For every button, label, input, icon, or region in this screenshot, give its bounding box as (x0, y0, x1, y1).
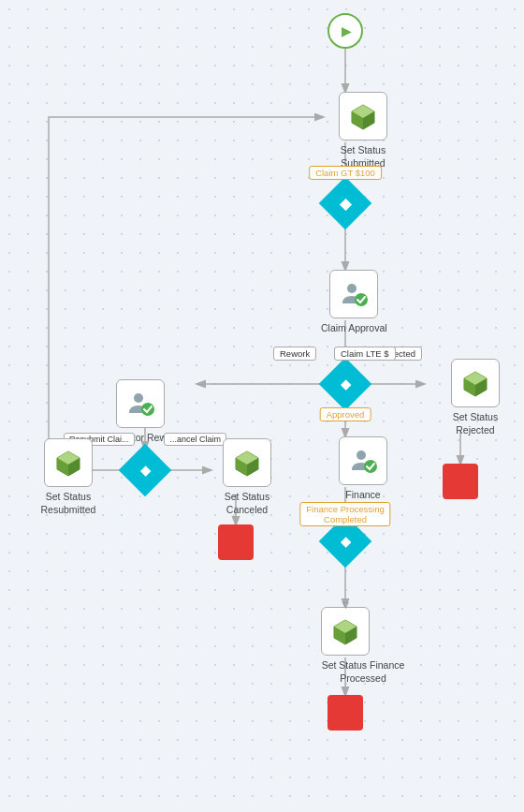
svg-point-31 (357, 450, 366, 460)
set-status-rejected-task[interactable] (451, 359, 500, 407)
svg-point-21 (134, 393, 143, 403)
set-status-canceled-task[interactable] (223, 438, 271, 487)
finance-completed-gateway-node: ◆ Finance ProcessingCompleted (325, 521, 366, 562)
set-status-canceled-label: Set Status Canceled (205, 491, 289, 516)
claim-gt100-gateway-node: ◆ Claim GT $100 (325, 183, 366, 224)
set-status-resubmitted-label: Set Status Resubmitted (26, 491, 110, 516)
rework-label: Rework (273, 347, 316, 361)
gateway-diamond-icon: ◆ (340, 195, 351, 213)
person-check-icon (339, 279, 369, 309)
end-event-3-node (328, 695, 363, 731)
start-event-node: ▶ (328, 13, 363, 49)
claim-gt100-label: Claim GT $100 (309, 166, 382, 180)
set-status-canceled-node: Set Status Canceled (205, 438, 289, 516)
set-status-finance-processed-task[interactable]: ▽ (321, 607, 370, 656)
claim-lte-label: Claim LTE $ (334, 347, 396, 361)
resubmit-cancel-gateway-node: ◆ Resubmit Clai... ...ancel Claim (124, 450, 166, 491)
finance-processed-cube-icon (331, 617, 359, 645)
approved-label: Approved (320, 407, 371, 421)
claim-approval-node: Claim Approval (321, 270, 387, 335)
set-status-resubmitted-node: Set Status Resubmitted (26, 438, 110, 516)
finance-completed-gateway[interactable]: ◆ (325, 521, 366, 562)
end-event-3 (328, 695, 363, 731)
claim-approval-label: Claim Approval (321, 322, 387, 335)
set-status-resubmitted-task[interactable] (44, 438, 93, 487)
rejected-cube-icon (461, 369, 489, 397)
resubmit-gateway-diamond-icon: ◆ (140, 463, 151, 478)
canceled-cube-icon (233, 449, 261, 477)
set-status-submitted-task[interactable] (339, 92, 387, 140)
end-event-2-node (218, 524, 254, 560)
finance-gateway-diamond-icon: ◆ (341, 534, 351, 549)
approval-gateway-diamond-icon: ◆ (341, 376, 351, 391)
set-status-submitted-node: Set Status Submitted (321, 92, 405, 170)
resubmitted-cube-icon (54, 449, 82, 477)
claim-approval-task[interactable] (329, 270, 378, 318)
resubmit-cancel-gateway[interactable]: ◆ (124, 450, 166, 491)
claim-gt100-gateway[interactable]: ◆ (325, 183, 366, 224)
originator-rework-icon (125, 389, 155, 419)
play-icon: ▶ (342, 23, 352, 38)
originator-rework-task[interactable] (116, 379, 165, 428)
svg-point-19 (347, 284, 357, 293)
cube-icon (349, 102, 377, 130)
end-event-1 (443, 464, 478, 499)
filter-icon: ▽ (342, 600, 349, 610)
workflow-diagram: ▶ Set Status Submitted ◆ Claim GT $100 (0, 0, 524, 812)
finance-completed-label: Finance ProcessingCompleted (299, 502, 390, 526)
set-status-rejected-node: Set Status Rejected (433, 359, 517, 436)
set-status-rejected-label: Set Status Rejected (433, 411, 517, 436)
approval-gateway[interactable]: ◆ (325, 363, 366, 405)
end-event-2 (218, 524, 254, 560)
set-status-finance-processed-label: Set Status Finance Processed (321, 659, 405, 685)
set-status-finance-processed-node: ▽ Set Status Finance Processed (321, 607, 405, 685)
approval-gateway-node: ◆ Approved Rejected Rework Claim LTE $ (325, 363, 366, 405)
end-event-1-node (443, 464, 478, 499)
finance-processing-icon (348, 446, 378, 476)
start-event[interactable]: ▶ (328, 13, 363, 49)
finance-processing-task[interactable] (339, 436, 387, 485)
